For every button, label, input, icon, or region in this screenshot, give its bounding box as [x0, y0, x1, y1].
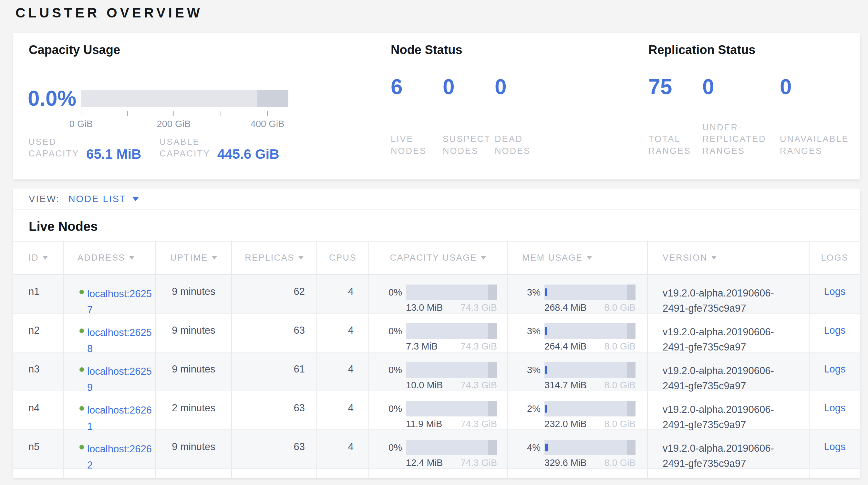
node-address-link[interactable]: localhost:26261	[87, 402, 153, 434]
node-address-cell: localhost:26259	[64, 352, 156, 395]
column-header-mem[interactable]: MEM USAGE	[507, 241, 648, 274]
capacity-total-value: 74.3 GiB	[461, 380, 497, 391]
view-selector-dropdown[interactable]: NODE LIST	[68, 194, 139, 204]
bar-used-segment	[545, 405, 547, 412]
node-address-cell: localhost:26257	[64, 275, 156, 318]
capacity-total-value: 74.3 GiB	[461, 341, 497, 352]
capacity-usage-percent: 0%	[381, 442, 402, 453]
capacity-stat-label: USABLE CAPACITY	[159, 136, 210, 160]
node-uptime-cell: 9 minutes	[156, 314, 232, 356]
column-header-label: ADDRESS	[78, 253, 125, 263]
summary-stat-value: 75	[648, 76, 702, 97]
capacity-used-value: 13.0 MiB	[406, 302, 443, 313]
column-header-label: LOGS	[821, 253, 848, 263]
node-status-stats: 6LIVE NODES0SUSPECT NODES0DEAD NODES	[391, 76, 547, 157]
capacity-usage-bar	[406, 440, 497, 455]
logs-link[interactable]: Logs	[824, 402, 845, 413]
page-title: CLUSTER OVERVIEW	[16, 5, 203, 21]
capacity-bar-reserved-segment	[257, 90, 288, 107]
node-live-status-icon	[80, 290, 84, 294]
bar-used-segment	[545, 288, 547, 296]
logs-link[interactable]: Logs	[824, 441, 845, 452]
mem-total-value: 8.0 GiB	[604, 419, 636, 429]
sort-caret-icon	[129, 256, 134, 260]
node-logs-cell: Logs	[810, 430, 860, 473]
capacity-stat: USABLE CAPACITY445.6 GiB	[159, 136, 290, 160]
column-header-label: ID	[28, 253, 39, 263]
bar-reserved-segment	[627, 323, 636, 339]
capacity-usage-bar-line: 0%	[381, 362, 507, 378]
mem-usage-percent: 3%	[519, 287, 540, 298]
capacity-usage-values: 7.3 MiB74.3 GiB	[406, 341, 497, 352]
mem-usage-values: 329.6 MiB8.0 GiB	[545, 458, 636, 468]
node-replicas-cell: 62	[232, 275, 317, 318]
capacity-stat-value: 445.6 GiB	[217, 146, 279, 162]
view-selected-value: NODE LIST	[68, 194, 127, 204]
column-header-replicas[interactable]: REPLICAS	[232, 241, 317, 274]
capacity-usage-title: Capacity Usage	[29, 43, 120, 57]
summary-stat-value: 0	[495, 76, 547, 97]
node-cpus-cell: 4	[317, 352, 369, 395]
summary-stat-label: UNAVAILABLE RANGES	[780, 133, 849, 157]
node-logs-cell: Logs	[810, 352, 860, 395]
summary-stat-label: DEAD NODES	[495, 133, 531, 157]
mem-usage-values: 232.0 MiB8.0 GiB	[545, 419, 636, 429]
capacity-usage-values: 10.0 MiB74.3 GiB	[406, 380, 497, 391]
capacity-usage-bar-line: 0%	[381, 440, 507, 455]
sort-caret-icon	[711, 256, 717, 260]
summary-stat-label: LIVE NODES	[391, 133, 427, 157]
node-address-cell: localhost:26262	[64, 430, 156, 473]
logs-link[interactable]: Logs	[824, 286, 845, 297]
node-version-cell: v19.2.0-alpha.20190606-2491-gfe735c9a97	[648, 275, 810, 318]
summary-stat-label: UNDER- REPLICATED RANGES	[702, 121, 766, 157]
node-live-status-icon	[80, 329, 84, 333]
partial-cell	[64, 469, 156, 478]
axis-tick-label: 0 GiB	[69, 119, 93, 129]
mem-usage-bar	[545, 401, 636, 417]
capacity-usage-bar	[81, 90, 288, 107]
live-nodes-title: Live Nodes	[29, 219, 97, 234]
logs-link[interactable]: Logs	[824, 364, 845, 375]
axis-tick-mark	[81, 111, 82, 116]
capacity-stat-value: 65.1 MiB	[86, 146, 141, 162]
partial-cell	[507, 469, 648, 478]
column-header-cpus: CPUS	[317, 241, 369, 274]
capacity-total-value: 74.3 GiB	[461, 419, 497, 429]
node-address-link[interactable]: localhost:26258	[87, 325, 153, 356]
node-id-cell: n4	[13, 391, 64, 434]
capacity-stats: USED CAPACITY65.1 MiBUSABLE CAPACITY445.…	[28, 136, 290, 160]
node-replicas-cell: 63	[232, 430, 317, 473]
node-replicas-cell: 63	[232, 314, 317, 356]
column-header-address[interactable]: ADDRESS	[64, 241, 156, 274]
column-header-uptime[interactable]: UPTIME	[156, 241, 232, 274]
capacity-used-value: 10.0 MiB	[406, 380, 443, 391]
mem-usage-bar-line: 2%	[519, 401, 647, 417]
column-header-version[interactable]: VERSION	[648, 241, 810, 274]
mem-usage-percent: 3%	[519, 326, 540, 337]
node-address-link[interactable]: localhost:26259	[87, 364, 153, 395]
capacity-total-value: 74.3 GiB	[461, 302, 497, 313]
mem-used-value: 264.4 MiB	[545, 341, 587, 352]
capacity-usage-cell: 0%7.3 MiB74.3 GiB	[369, 314, 507, 356]
node-address-link[interactable]: localhost:26257	[87, 286, 153, 318]
capacity-used-value: 11.9 MiB	[406, 419, 442, 429]
partial-cell	[648, 469, 810, 478]
table-row: n1localhost:262579 minutes6240%13.0 MiB7…	[13, 275, 860, 314]
node-logs-cell: Logs	[810, 275, 860, 318]
mem-usage-cell: 3%264.4 MiB8.0 GiB	[507, 314, 648, 356]
axis-tick-label: 200 GiB	[157, 119, 191, 129]
mem-usage-bar-line: 3%	[519, 323, 647, 339]
node-uptime-cell: 2 minutes	[156, 391, 232, 434]
summary-stat-label: TOTAL RANGES	[648, 133, 691, 157]
bar-reserved-segment	[627, 362, 636, 378]
bar-reserved-segment	[488, 362, 497, 378]
column-header-label: MEM USAGE	[522, 253, 583, 263]
nodes-card: VIEW: NODE LIST Live Nodes IDADDRESSUPTI…	[13, 189, 860, 478]
summary-stat: 0SUSPECT NODES	[443, 76, 495, 157]
logs-link[interactable]: Logs	[824, 325, 845, 336]
axis-tick-mark	[267, 111, 268, 116]
mem-used-value: 314.7 MiB	[545, 380, 587, 391]
node-address-link[interactable]: localhost:26262	[87, 441, 153, 473]
column-header-capacity[interactable]: CAPACITY USAGE	[369, 241, 507, 274]
column-header-id[interactable]: ID	[13, 241, 64, 274]
